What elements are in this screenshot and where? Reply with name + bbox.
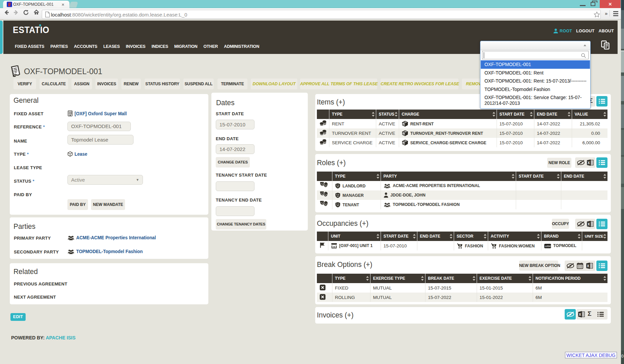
svg-text:X: X	[579, 313, 581, 316]
svg-text:X: X	[588, 222, 590, 226]
svg-text:LEGO: LEGO	[545, 245, 551, 247]
svg-text:X: X	[587, 264, 589, 268]
svg-text:X: X	[588, 161, 590, 165]
